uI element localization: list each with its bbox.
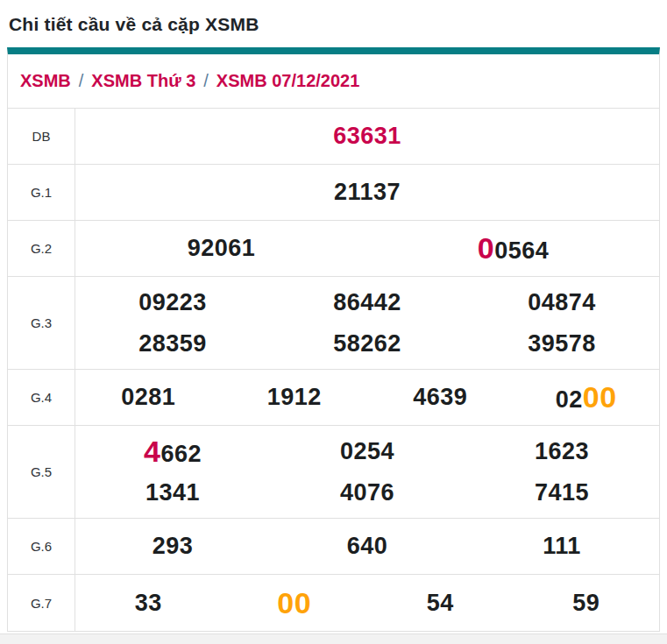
prize-label: DB <box>8 109 75 164</box>
prize-row-g1: G.121137 <box>8 165 659 221</box>
prize-value: 54 <box>367 590 514 617</box>
prize-row-g4: G.40281191246390200 <box>8 370 659 426</box>
prize-label: G.6 <box>8 519 75 574</box>
prize-row-g5: G.5466202541623134140767415 <box>8 426 659 519</box>
prize-row-g7: G.733005459 <box>8 575 659 631</box>
prize-value: 92061 <box>75 235 367 262</box>
breadcrumb-link[interactable]: XSMB 07/12/2021 <box>216 71 359 91</box>
page-title: Chi tiết cầu về cả cặp XSMB <box>9 12 667 37</box>
prize-values: 63631 <box>75 109 659 164</box>
prize-label: G.2 <box>8 221 75 276</box>
next-section-strip <box>0 633 667 644</box>
prize-values: 092238644204874283595826239578 <box>75 277 659 369</box>
prize-label: G.1 <box>8 165 75 220</box>
prize-value: 4076 <box>270 479 465 506</box>
prize-row-g2: G.29206100564 <box>8 221 659 277</box>
prize-value: 00564 <box>367 231 659 265</box>
prize-value: 1341 <box>75 479 270 506</box>
prize-value: 111 <box>465 533 659 560</box>
breadcrumb-separator: / <box>71 71 92 91</box>
prize-row-g6: G.6293640111 <box>8 519 659 575</box>
prize-value: 0254 <box>270 438 465 465</box>
prize-values: 0281191246390200 <box>75 370 659 425</box>
prize-values: 9206100564 <box>75 221 659 276</box>
prize-value: 0200 <box>514 380 660 414</box>
prize-values: 21137 <box>75 165 659 220</box>
prize-value: 640 <box>270 533 465 560</box>
breadcrumb: XSMB/XSMB Thứ 3/XSMB 07/12/2021 <box>8 54 659 109</box>
prize-values: 466202541623134140767415 <box>75 426 659 518</box>
prize-values: 293640111 <box>75 519 659 574</box>
breadcrumb-link[interactable]: XSMB Thứ 3 <box>91 71 195 91</box>
breadcrumb-link[interactable]: XSMB <box>20 71 71 91</box>
prize-value: 39578 <box>465 330 659 357</box>
prize-value: 293 <box>75 533 270 560</box>
prize-value: 86442 <box>270 289 465 316</box>
prize-label: G.7 <box>8 575 75 631</box>
prize-values: 33005459 <box>75 575 659 631</box>
prize-label: G.4 <box>8 370 75 425</box>
prize-label: G.3 <box>8 277 75 369</box>
prize-value: 7415 <box>465 479 659 506</box>
prize-value: 33 <box>75 590 222 617</box>
prize-value: 4662 <box>75 435 270 469</box>
prize-value: 04874 <box>465 289 659 316</box>
prize-label: G.5 <box>8 426 75 518</box>
prize-value: 1912 <box>222 384 368 411</box>
prize-row-db: DB63631 <box>8 109 659 165</box>
prize-value: 21137 <box>75 179 659 206</box>
prize-value: 1623 <box>465 438 659 465</box>
prize-value: 28359 <box>75 330 270 357</box>
prize-row-g3: G.3092238644204874283595826239578 <box>8 277 659 370</box>
prize-value: 0281 <box>75 384 222 411</box>
prize-value: 00 <box>222 586 368 620</box>
prize-table-body: DB63631G.121137G.29206100564G.3092238644… <box>8 109 659 631</box>
prize-value: 63631 <box>75 123 659 150</box>
prize-value: 4639 <box>367 384 514 411</box>
prize-value: 09223 <box>75 289 270 316</box>
prize-value: 58262 <box>270 330 465 357</box>
breadcrumb-separator: / <box>195 71 216 91</box>
prize-value: 59 <box>514 590 660 617</box>
results-table: XSMB/XSMB Thứ 3/XSMB 07/12/2021 DB63631G… <box>7 47 660 632</box>
